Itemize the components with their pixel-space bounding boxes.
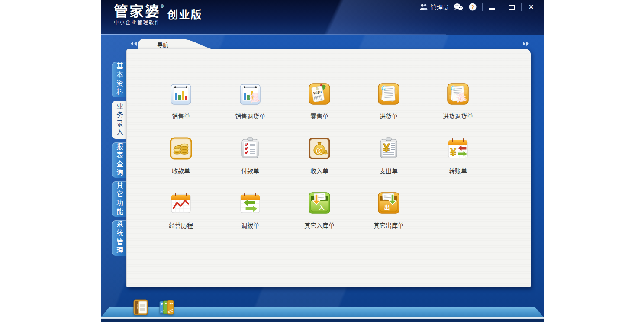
grid-item-label: 收入单 <box>310 166 328 175</box>
sidebar-item-label: 其它功能 <box>112 182 126 216</box>
direction-mark: 出 <box>384 204 390 211</box>
contact-cards-icon <box>158 299 175 316</box>
grid-item-label: 其它入库单 <box>304 221 335 229</box>
minimize-button[interactable] <box>487 3 497 11</box>
grid-item-business-history[interactable]: 经营历程 <box>148 190 213 245</box>
currency-glyph: ¥ <box>450 145 457 158</box>
income-moneybag-icon: $ <box>306 135 332 161</box>
brand-main: 管家婆® 中小企业管理软件 <box>114 4 164 25</box>
tab-scroll-right-icon[interactable] <box>522 41 530 46</box>
sales-order-icon <box>168 81 194 107</box>
user-icon <box>419 3 428 10</box>
tab-navigation-label: 导航 <box>138 40 188 48</box>
purchase-order-icon: G <box>376 81 402 107</box>
transfer-yen-icon: ¥ <box>445 135 471 161</box>
titlebar-separator <box>482 3 483 11</box>
sidebar-item-business-entry[interactable]: 业务录入 <box>112 101 126 139</box>
current-user-menu[interactable]: 管理员 <box>419 3 449 11</box>
grid-item-label: 收款单 <box>172 166 190 175</box>
other-outbound-folder-icon: 出 <box>376 190 402 216</box>
grid-item-receipt-order[interactable]: 收款单 <box>148 135 213 190</box>
brand-registered-mark: ® <box>161 4 164 9</box>
company-book-icon: COMPANY <box>132 299 149 316</box>
grid-item-retail-order[interactable]: ¥580 零售单 <box>287 81 352 135</box>
sidebar-item-report-query[interactable]: 报表查询 <box>112 142 126 178</box>
grid-item-label: 付款单 <box>241 166 259 175</box>
purchase-return-icon: G 退 <box>445 81 471 107</box>
sidebar-item-label: 基本资料 <box>112 62 126 97</box>
direction-mark: 入 <box>319 204 324 211</box>
taskbar-item-company[interactable]: COMPANY <box>132 299 149 316</box>
grid-item-label: 销售单 <box>172 112 190 120</box>
grid-item-label: 支出单 <box>380 166 398 175</box>
other-inbound-folder-icon: 入 <box>306 190 332 216</box>
grid-item-other-inbound[interactable]: 入 其它入库单 <box>287 190 352 245</box>
wechat-icon <box>454 3 463 11</box>
grid-item-other-outbound[interactable]: 出 其它出库单 <box>356 190 421 245</box>
business-history-icon <box>168 190 194 216</box>
grid-item-label: 其它出库单 <box>374 221 404 229</box>
grid-item-label: 进货单 <box>380 112 398 120</box>
taskbar-shelf-base <box>101 319 544 322</box>
titlebar-controls: 管理员 ? <box>419 2 536 12</box>
grid-item-payment-order[interactable]: 付款单 <box>218 135 283 190</box>
sidebar-item-label: 业务录入 <box>112 103 126 137</box>
tab-scroll-left-icon[interactable] <box>130 41 138 46</box>
grid-item-allocation-order[interactable]: 调拨单 <box>218 190 283 245</box>
help-glyph: ? <box>471 4 474 10</box>
grid-item-sales-order[interactable]: 销售单 <box>148 81 213 135</box>
grid-item-purchase-order[interactable]: G 进货单 <box>356 81 421 135</box>
sidebar: 基本资料 业务录入 报表查询 其它功能 系统管理 <box>112 62 126 259</box>
corner-letter: G <box>381 85 386 91</box>
currency-glyph: $ <box>318 149 321 154</box>
titlebar-separator <box>502 3 502 11</box>
brand-logo: 管家婆® 中小企业管理软件 创业版 <box>114 4 202 25</box>
maximize-button[interactable] <box>507 3 516 11</box>
shortcut-grid: 销售单 退 销售退货单 <box>146 81 493 245</box>
grid-item-sales-return[interactable]: 退 销售退货单 <box>218 81 283 135</box>
brand-subtitle: 中小企业管理软件 <box>114 20 164 25</box>
brand-edition: 创业版 <box>167 6 202 22</box>
sidebar-item-label: 系统管理 <box>112 221 126 255</box>
grid-item-purchase-return[interactable]: G 退 进货退货单 <box>425 81 490 135</box>
corner-letter: G <box>451 85 455 91</box>
maximize-icon <box>509 5 515 10</box>
grid-item-transfer-order[interactable]: ¥ 转账单 <box>425 135 490 190</box>
grid-item-income-order[interactable]: $ 收入单 <box>287 135 352 190</box>
app-window: 管家婆® 中小企业管理软件 创业版 管理员 <box>101 0 544 322</box>
close-button[interactable]: ✕ <box>526 3 536 11</box>
wechat-button[interactable] <box>454 3 463 11</box>
allocation-arrows-icon <box>237 190 263 216</box>
grid-item-label: 零售单 <box>310 112 328 120</box>
help-button[interactable]: ? <box>468 3 477 11</box>
grid-item-expense-order[interactable]: ¥ 支出单 <box>356 135 421 190</box>
sidebar-item-label: 报表查询 <box>112 143 126 177</box>
receipt-coins-icon <box>168 135 194 161</box>
sidebar-item-system-management[interactable]: 系统管理 <box>112 220 126 256</box>
grid-item-label: 进货退货单 <box>443 112 473 120</box>
sidebar-item-basic-data[interactable]: 基本资料 <box>112 62 126 97</box>
company-badge-text: COMPANY <box>136 302 138 311</box>
currency-glyph: ¥ <box>383 142 390 155</box>
close-icon: ✕ <box>528 3 534 10</box>
help-icon: ? <box>468 3 477 11</box>
retail-order-icon: ¥580 <box>306 81 332 107</box>
taskbar-item-contacts[interactable] <box>158 299 175 316</box>
current-user-label: 管理员 <box>431 3 449 11</box>
title-header: 管家婆® 中小企业管理软件 创业版 管理员 <box>101 0 544 35</box>
payment-checklist-icon <box>237 135 263 161</box>
expense-yen-icon: ¥ <box>376 135 402 161</box>
grid-item-label: 销售退货单 <box>235 112 265 120</box>
sidebar-item-other-functions[interactable]: 其它功能 <box>112 181 126 217</box>
brand-name: 管家婆 <box>114 3 161 19</box>
screen: 管家婆® 中小企业管理软件 创业版 管理员 <box>0 0 644 322</box>
content-panel: 销售单 退 销售退货单 <box>126 49 531 287</box>
minimize-icon <box>489 8 495 10</box>
grid-item-label: 调拨单 <box>241 221 259 229</box>
titlebar-separator <box>521 3 522 11</box>
grid-item-label: 经营历程 <box>169 221 193 229</box>
sales-return-icon: 退 <box>237 81 263 107</box>
grid-item-label: 转账单 <box>449 166 467 175</box>
